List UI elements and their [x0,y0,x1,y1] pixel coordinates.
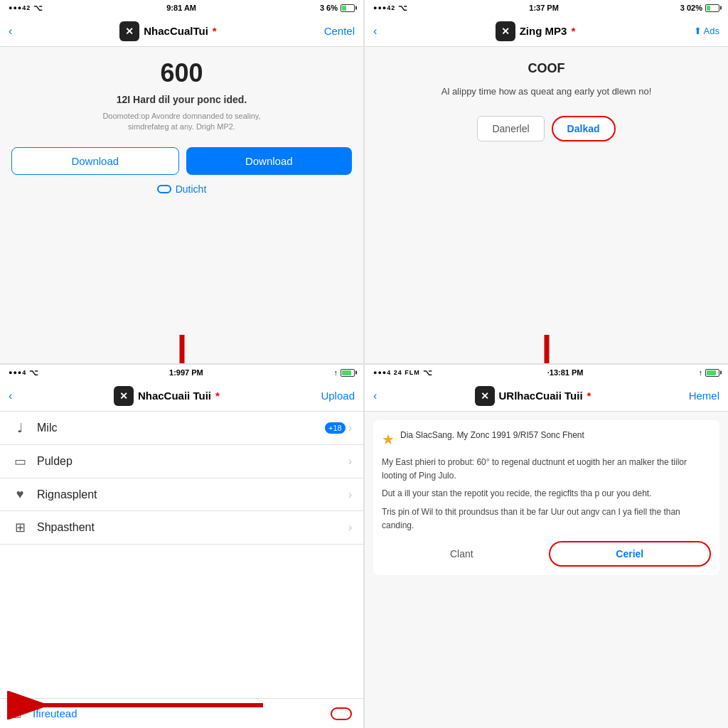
battery-fill-2 [707,6,710,11]
back-button-4[interactable]: ‹ [373,390,377,402]
battery-2 [705,4,719,12]
content-4: ★ Dia SlacSang. My Zonc 1991 9/RI57 Sonc… [365,412,728,728]
app-name-4: URlhacCuaii Tuii [499,390,583,402]
list-item-milc[interactable]: ♩ Milc +18 › [0,412,363,445]
status-left-1: ●●●42 ⌥ [9,4,43,13]
app-icon-3: ✕ [114,386,134,406]
signal-1: 3 6% [320,4,338,12]
battery-fill-1 [342,6,346,11]
milc-badge: +18 [325,422,346,434]
list-item-shpasthent[interactable]: ⊞ Shpasthent › [0,511,363,545]
status-right-3: ↑ [334,368,355,377]
list-item-rignasplent[interactable]: ♥ Rignasplent › [0,478,363,511]
nav-action-3[interactable]: Upload [321,390,355,402]
danerlel-button[interactable]: Danerlel [477,116,544,141]
nav-bar-3: ‹ ✕ NhacCuaii Tuii* Upload [0,380,363,412]
button-row-1: Download Download [11,147,352,175]
nav-bar-4: ‹ ✕ URlhacCuaii Tuii* Hemel [365,380,728,412]
wifi-icon-2: ⌥ [398,4,407,13]
time-3: 1:997 PM [169,368,203,377]
status-right-1: 3 6% [320,4,355,12]
info-card-header: ★ Dia SlacSang. My Zonc 1991 9/RI57 Sonc… [382,429,711,450]
app-icon-4: ✕ [475,386,495,406]
trash-icon[interactable]: 🗑 [11,706,24,721]
signal-2: 3 02% [680,4,702,12]
wifi-icon-4: ⌥ [423,368,432,378]
signal-4: ↑ [698,368,702,377]
wifi-icon-3: ⌥ [29,368,38,378]
info-body-2: Dut a ill your stan the repotit you reci… [382,487,711,500]
signal-dots-2: ●●●42 [373,4,395,11]
chevron-left-icon-2: ‹ [373,25,377,38]
nav-title-3: ✕ NhacCuaii Tuii* [114,386,220,406]
chevron-puldep: › [348,455,352,468]
panel-top-left: ●●●42 ⌥ 9:81 AM 3 6% ‹ ✕ NhacCualTui* Ce… [0,0,363,363]
back-button-1[interactable]: ‹ [9,25,12,38]
app-icon-2: ✕ [496,21,515,41]
nav-action-1[interactable]: Centel [324,25,355,37]
ads-label: Ads [704,26,719,36]
list-item-left-puldep: ▭ Puldep [11,454,73,469]
status-bar-3: ●●●4 ⌥ 1:997 PM ↑ [0,365,363,380]
app-icon-1: ✕ [119,21,139,41]
status-left-4: ●●●4 24 FLM ⌥ [373,368,432,378]
status-left-2: ●●●42 ⌥ [373,4,407,13]
list-right-shpasthent: › [348,521,352,534]
chevron-left-icon-4: ‹ [373,390,377,402]
oval-button[interactable] [331,707,352,720]
panel-bottom-left: ●●●4 ⌥ 1:997 PM ↑ ‹ ✕ NhacCuaii Tuii* Up… [0,365,363,728]
list-item-left-milc: ♩ Milc [11,420,57,436]
nav-bar-1: ‹ ✕ NhacCualTui* Centel [0,16,363,47]
download-outline-button[interactable]: Download [11,147,179,175]
info-card-title: Dia SlacSang. My Zonc 1991 9/RI57 Sonc F… [400,429,584,441]
share-icon-2: ⬆ [694,26,702,36]
list-right-milc: +18 › [325,422,352,434]
list-item-puldep[interactable]: ▭ Puldep › [0,445,363,478]
chevron-shpasthent: › [348,521,352,534]
rignasplent-label: Rignasplent [37,488,97,501]
app-name-2: Zing MP3 [520,25,567,37]
list-item-left-shpasthent: ⊞ Shpasthent [11,520,95,535]
app-star-3: * [215,390,220,402]
duticht-label: Duticht [176,183,207,195]
chevron-left-icon-1: ‹ [9,25,12,38]
back-button-2[interactable]: ‹ [373,25,377,38]
ceriel-button[interactable]: Ceriel [549,541,712,567]
nav-action-share-2[interactable]: ⬆ Ads [694,26,719,36]
ifireutead-link[interactable]: Ifireutead [33,707,322,719]
content-2: COOF Al alippy time how as queat ang ear… [365,47,728,363]
app-star-1: * [213,25,217,37]
battery-3 [341,369,355,377]
back-button-3[interactable]: ‹ [9,390,12,402]
list-item-left-rignasplent: ♥ Rignasplent [11,487,97,502]
signal-dots-4: ●●●4 24 FLM [373,369,420,376]
status-bar-1: ●●●42 ⌥ 9:81 AM 3 6% [0,0,363,16]
coof-desc: Al alippy time how as queat ang early yo… [441,85,652,99]
signal-dots-1: ●●●42 [9,4,31,11]
chevron-milc: › [348,422,352,434]
download-fill-button[interactable]: Download [186,147,353,175]
wifi-icon-1: ⌥ [33,4,43,13]
app-name-1: NhacCualTui [144,25,208,37]
music-icon: ♩ [11,420,28,436]
battery-fill-3 [342,370,351,375]
app-star-2: * [571,25,575,37]
subtitle-1: 12I Hard dil your ponc ided. [117,94,247,105]
duticht-link[interactable]: Duticht [157,183,207,195]
bottom-bar-3: 🗑 Ifireutead [0,698,363,728]
nav-title-4: ✕ URlhacCuaii Tuii* [475,386,592,406]
info-body-1: My East phieri to probut: 60° to regenal… [382,456,711,483]
app-name-3: NhacCuaii Tuii [138,390,211,402]
clant-button[interactable]: Clant [382,541,542,567]
status-right-4: ↑ [698,368,719,377]
info-card: ★ Dia SlacSang. My Zonc 1991 9/RI57 Sonc… [373,420,719,575]
button-row-2: Danerlel Dalkad [477,116,615,141]
nav-action-4[interactable]: Hemel [689,390,719,402]
oval-icon [157,185,171,193]
grid-icon: ⊞ [11,520,28,535]
dalkad-button[interactable]: Dalkad [552,116,616,141]
info-body-3: Tris pin of Wil to thit proundsus than i… [382,505,711,532]
status-right-2: 3 02% [680,4,719,12]
app-star-4: * [587,390,592,402]
battery-fill-4 [707,370,716,375]
